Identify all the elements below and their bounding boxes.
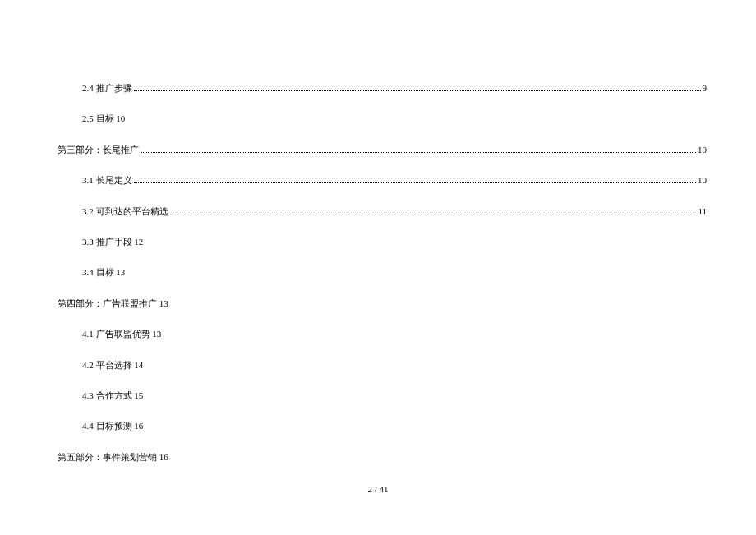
toc-entry: 第五部分：事件策划营销 16 <box>58 451 707 464</box>
toc-entry: 第四部分：广告联盟推广 13 <box>58 297 707 310</box>
toc-page-number: 10 <box>698 174 707 187</box>
toc-leader-dots <box>170 214 697 214</box>
table-of-contents: 2.4 推广步骤92.5 目标 10第三部分：长尾推广103.1 长尾定义103… <box>58 82 707 464</box>
toc-page-number: 9 <box>703 82 708 95</box>
toc-entry: 2.4 推广步骤9 <box>58 82 707 95</box>
toc-entry: 4.2 平台选择 14 <box>58 359 707 371</box>
toc-title: 第五部分：事件策划营销 16 <box>58 451 168 464</box>
toc-title: 第三部分：长尾推广 <box>58 144 139 156</box>
toc-title: 2.4 推广步骤 <box>82 82 132 95</box>
toc-entry: 2.5 目标 10 <box>58 113 707 125</box>
toc-title: 第四部分：广告联盟推广 13 <box>58 297 168 310</box>
toc-entry: 4.3 合作方式 15 <box>58 390 707 402</box>
toc-title: 2.5 目标 10 <box>82 113 125 125</box>
toc-title: 4.2 平台选择 14 <box>82 359 143 371</box>
toc-title: 4.1 广告联盟优势 13 <box>82 328 161 340</box>
toc-entry: 3.3 推广手段 12 <box>58 236 707 248</box>
toc-title: 3.1 长尾定义 <box>82 174 132 187</box>
toc-entry: 3.1 长尾定义10 <box>58 174 707 187</box>
toc-title: 4.3 合作方式 15 <box>82 390 143 402</box>
toc-page-number: 10 <box>698 144 707 156</box>
page-footer: 2 / 41 <box>0 484 756 494</box>
toc-page-number: 11 <box>698 205 707 218</box>
toc-title: 3.4 目标 13 <box>82 266 125 279</box>
toc-title: 4.4 目标预测 16 <box>82 420 143 432</box>
toc-entry: 3.2 可到达的平台精选11 <box>58 205 707 218</box>
toc-title: 3.2 可到达的平台精选 <box>82 205 168 218</box>
toc-entry: 3.4 目标 13 <box>58 266 707 279</box>
toc-leader-dots <box>134 182 697 183</box>
page-number: 2 / 41 <box>367 484 388 494</box>
toc-entry: 第三部分：长尾推广10 <box>58 144 707 156</box>
toc-leader-dots <box>141 152 696 153</box>
toc-entry: 4.4 目标预测 16 <box>58 420 707 432</box>
toc-leader-dots <box>134 90 701 91</box>
toc-title: 3.3 推广手段 12 <box>82 236 143 248</box>
toc-entry: 4.1 广告联盟优势 13 <box>58 328 707 340</box>
